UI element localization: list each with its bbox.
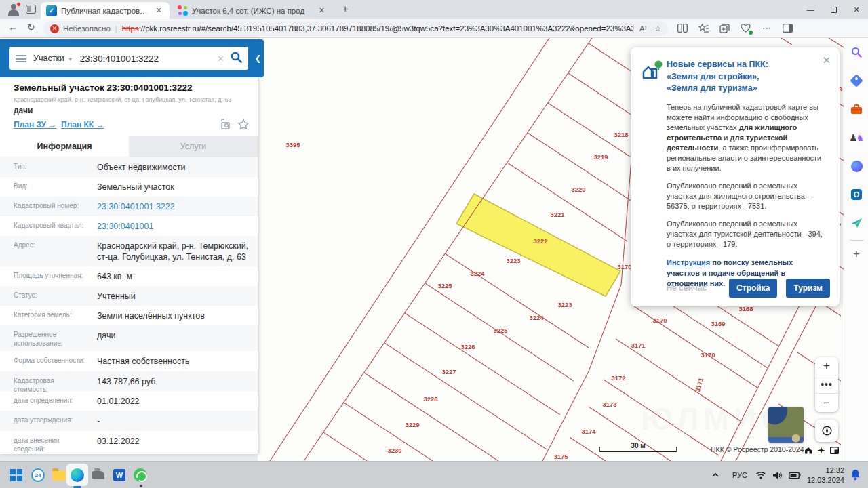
search-icon[interactable] bbox=[231, 52, 242, 66]
compass-icon[interactable] bbox=[817, 445, 825, 457]
add-sidebar-app-button[interactable]: + bbox=[849, 247, 864, 262]
security-label[interactable]: Небезопасно bbox=[63, 24, 111, 33]
svg-text:3224: 3224 bbox=[470, 270, 485, 277]
svg-text:3219: 3219 bbox=[593, 153, 608, 161]
svg-text:3171: 3171 bbox=[694, 376, 705, 392]
tab-close-icon[interactable]: ✕ bbox=[317, 6, 327, 15]
maximize-button[interactable] bbox=[822, 0, 845, 19]
browser-profile-icon[interactable] bbox=[7, 3, 20, 16]
close-window-button[interactable]: ✕ bbox=[845, 0, 868, 19]
my-location-button[interactable] bbox=[815, 420, 838, 442]
outlook-icon[interactable]: O bbox=[849, 187, 864, 202]
collapse-panel-button[interactable]: ❮ bbox=[252, 39, 264, 77]
notification-bell-icon[interactable] bbox=[850, 469, 861, 481]
back-button[interactable]: ← bbox=[8, 22, 18, 33]
table-row: Разрешенное использование:дачи bbox=[0, 325, 258, 351]
tab-title: Публичная кадастровая карта bbox=[61, 7, 150, 15]
browser-tab-listing[interactable]: Участок 6,4 сот. (ИЖС) на прод ✕ bbox=[172, 2, 332, 19]
reload-button[interactable]: ↻ bbox=[27, 22, 35, 33]
app-24-icon[interactable]: 24 bbox=[30, 467, 46, 483]
selected-parcel-3222[interactable] bbox=[456, 194, 620, 296]
tray-chevron-icon[interactable] bbox=[711, 472, 719, 479]
whatsapp-icon[interactable] bbox=[132, 467, 149, 483]
volume-icon[interactable] bbox=[772, 471, 783, 480]
svg-text:3170: 3170 bbox=[652, 317, 667, 324]
cadastral-map[interactable]: 3395321832193220322132223223322432253223… bbox=[258, 38, 844, 461]
svg-text:3224: 3224 bbox=[529, 314, 544, 321]
stroyka-button[interactable]: Стройка bbox=[729, 279, 777, 298]
minimap-thumbnail[interactable] bbox=[768, 407, 804, 443]
minimize-button[interactable]: — bbox=[799, 0, 822, 19]
table-row: Тип:Объект недвижимости bbox=[0, 157, 258, 177]
sidebar-toggle-icon[interactable] bbox=[782, 22, 793, 34]
url-rest: ://pkk.rosreestr.ru/#/search/45.31951054… bbox=[139, 24, 634, 33]
zoom-in-button[interactable]: + bbox=[815, 357, 838, 375]
search-category-select[interactable]: Участки bbox=[33, 54, 64, 63]
wifi-icon[interactable] bbox=[755, 471, 766, 479]
favorite-star-icon[interactable]: ☆ bbox=[654, 24, 661, 33]
plan-kk-link[interactable]: План КК → bbox=[61, 120, 104, 129]
more-tools-button[interactable]: ••• bbox=[815, 375, 838, 394]
tab-close-icon[interactable]: ✕ bbox=[154, 6, 164, 15]
language-indicator[interactable]: РУС bbox=[732, 471, 747, 479]
edge-taskbar-icon[interactable] bbox=[69, 467, 85, 483]
collections-icon[interactable] bbox=[719, 22, 730, 34]
utility-app-icon[interactable] bbox=[90, 467, 106, 483]
not-now-button[interactable]: Не сейчас bbox=[666, 283, 707, 293]
browser-tab-pkk[interactable]: ✓ Публичная кадастровая карта ✕ bbox=[41, 2, 170, 19]
table-row: Кадастровый номер:23:30:0401001:3222 bbox=[0, 197, 258, 216]
browser-essentials-icon[interactable] bbox=[740, 22, 751, 34]
svg-text:3225: 3225 bbox=[437, 282, 452, 289]
file-explorer-icon[interactable] bbox=[51, 467, 67, 483]
clock[interactable]: 12:32 12.03.2024 bbox=[807, 466, 844, 485]
search-input[interactable]: 23:30:401001:3222 bbox=[80, 54, 217, 64]
zoom-out-button[interactable]: − bbox=[815, 394, 838, 412]
tab-information[interactable]: Информация bbox=[0, 136, 129, 157]
word-icon[interactable]: W bbox=[111, 467, 127, 483]
fullscreen-icon[interactable] bbox=[830, 445, 839, 457]
address-bar[interactable]: ✕ Небезопасно | https://pkk.rosreestr.ru… bbox=[43, 21, 668, 36]
tab-title: Участок 6,4 сот. (ИЖС) на прод bbox=[192, 7, 313, 15]
favorites-icon[interactable] bbox=[698, 22, 709, 34]
promo-paragraph-1: Теперь на публичной кадастровой карте вы… bbox=[667, 102, 827, 174]
tab-actions-icon[interactable] bbox=[26, 5, 36, 14]
object-address: Краснодарский край, р-н. Темрюкский, ст-… bbox=[14, 96, 250, 103]
cadastral-number-link[interactable]: 23:30:0401001:3222 bbox=[97, 201, 249, 212]
menu-icon[interactable] bbox=[16, 55, 26, 62]
scale-label: 30 м bbox=[631, 442, 645, 449]
read-aloud-icon[interactable]: A⁾ bbox=[639, 24, 646, 33]
instruction-link[interactable]: Инструкция bbox=[667, 258, 710, 266]
object-title: Земельный участок 23:30:0401001:3222 bbox=[14, 83, 193, 93]
preview-document-icon[interactable] bbox=[220, 119, 232, 132]
tab-services[interactable]: Услуги bbox=[129, 136, 258, 157]
new-tab-button[interactable]: + bbox=[339, 3, 351, 16]
search-bar[interactable]: Участки ▼ 23:30:401001:3222 ✕ bbox=[9, 47, 248, 70]
tools-icon[interactable] bbox=[849, 102, 864, 117]
drop-send-icon[interactable] bbox=[849, 216, 864, 230]
plan-zu-link[interactable]: План ЗУ → bbox=[14, 120, 56, 129]
start-button[interactable] bbox=[8, 467, 24, 483]
pkk-favicon: ✓ bbox=[46, 5, 57, 16]
clear-search-icon[interactable]: ✕ bbox=[217, 54, 224, 64]
search-icon[interactable] bbox=[849, 45, 864, 60]
promo-title: Новые сервисы на ПКК: «Земля для стройки… bbox=[667, 59, 827, 95]
cadastral-block-link[interactable]: 23:30:0401001 bbox=[97, 221, 249, 232]
table-row: дата определения:01.01.2022 bbox=[0, 391, 258, 411]
games-icon[interactable]: ♟♞ bbox=[849, 130, 864, 145]
url-scheme: https bbox=[122, 24, 139, 33]
edge-sidebar-rail: ♟♞ O + bbox=[844, 38, 868, 461]
tourism-button[interactable]: Туризм bbox=[786, 279, 830, 298]
table-row: дата утверждения:- bbox=[0, 411, 258, 431]
shopping-icon[interactable] bbox=[849, 73, 864, 88]
home-icon[interactable] bbox=[804, 445, 812, 457]
favorite-star-icon[interactable] bbox=[237, 119, 250, 133]
url-text[interactable]: https://pkk.rosreestr.ru/#/search/45.319… bbox=[122, 24, 634, 33]
m365-copilot-icon[interactable] bbox=[849, 159, 864, 174]
settings-menu-icon[interactable]: ⋯ bbox=[761, 22, 772, 34]
battery-icon[interactable] bbox=[789, 472, 801, 479]
split-screen-icon[interactable] bbox=[677, 22, 688, 34]
svg-text:3222: 3222 bbox=[533, 237, 547, 245]
browser-toolbar: ← ↻ ✕ Небезопасно | https://pkk.rosreest… bbox=[0, 19, 868, 38]
scale-bar: 30 м bbox=[599, 442, 677, 451]
object-info-panel: Участки ▼ 23:30:401001:3222 ✕ Земельный … bbox=[0, 38, 258, 454]
